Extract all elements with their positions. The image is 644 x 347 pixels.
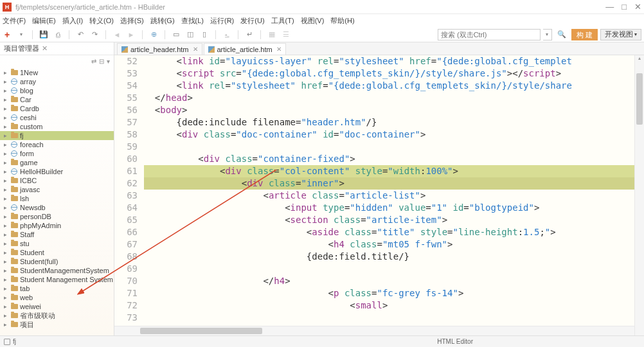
code-line-72[interactable]: <small> bbox=[144, 299, 644, 312]
horizontal-scrollbar[interactable] bbox=[114, 326, 634, 335]
expand-icon[interactable]: ▸ bbox=[4, 240, 10, 247]
expand-icon[interactable]: ▸ bbox=[4, 303, 10, 310]
new-dropdown-icon[interactable]: ▾ bbox=[17, 30, 26, 39]
code-line-58[interactable]: <div class="doc-container" id="doc-conta… bbox=[144, 129, 644, 141]
menu-item-7[interactable]: 运行(R) bbox=[210, 16, 234, 26]
code-line-71[interactable]: <p class="fc-grey fs-14"> bbox=[144, 287, 644, 299]
expand-icon[interactable]: ▸ bbox=[4, 177, 10, 184]
tree-item-game[interactable]: ▸ game bbox=[0, 158, 114, 167]
new-icon[interactable]: + bbox=[3, 30, 12, 39]
expand-icon[interactable]: ▸ bbox=[4, 87, 10, 94]
preview-split-icon[interactable]: ◫ bbox=[186, 30, 195, 39]
expand-icon[interactable]: ▸ bbox=[4, 222, 10, 229]
menu-item-6[interactable]: 查找(L) bbox=[181, 16, 204, 26]
minimize-icon[interactable]: — bbox=[605, 2, 614, 12]
tree-item-Staff[interactable]: ▸ Staff bbox=[0, 230, 114, 239]
tree-item-web[interactable]: ▸ web bbox=[0, 293, 114, 302]
expand-icon[interactable]: ▸ bbox=[4, 204, 10, 211]
menu-item-11[interactable]: 帮助(H) bbox=[330, 16, 354, 26]
link-editor-icon[interactable]: ⇄ bbox=[91, 58, 96, 65]
close-icon[interactable]: ✕ bbox=[634, 2, 641, 12]
code-line-69[interactable] bbox=[144, 263, 644, 275]
expand-icon[interactable]: ▸ bbox=[4, 141, 10, 148]
tree-item-blog[interactable]: ▸ blog bbox=[0, 86, 114, 95]
code-line-64[interactable]: <input type="hidden" value="1" id="blogt… bbox=[144, 202, 644, 214]
expand-icon[interactable]: ▸ bbox=[4, 114, 10, 121]
vertical-scrollbar[interactable]: ▴ bbox=[634, 55, 644, 335]
dev-view-button[interactable]: 开发视图▾ bbox=[600, 29, 641, 40]
code-line-62[interactable]: <div class="inner"> bbox=[144, 177, 644, 190]
code-line-60[interactable]: <div class="container-fixed"> bbox=[144, 153, 644, 165]
expand-icon[interactable]: ▸ bbox=[4, 312, 10, 319]
code-area[interactable]: 5253545556575859606162636465666768697071… bbox=[114, 55, 644, 335]
expand-icon[interactable]: ▸ bbox=[4, 195, 10, 202]
save-all-icon[interactable]: ⎙ bbox=[53, 30, 62, 39]
tree-item-Student[interactable]: ▸ Student bbox=[0, 248, 114, 257]
expand-icon[interactable]: ▸ bbox=[4, 132, 10, 139]
menu-item-4[interactable]: 选择(S) bbox=[120, 16, 144, 26]
tree-item-personDB[interactable]: ▸ personDB bbox=[0, 212, 114, 221]
tree-item-项目[interactable]: ▸ 项目 bbox=[0, 320, 114, 329]
code-line-65[interactable]: <section class="article-item"> bbox=[144, 214, 644, 226]
expand-icon[interactable]: ▸ bbox=[4, 150, 10, 157]
tree-item-stu[interactable]: ▸ stu bbox=[0, 239, 114, 248]
expand-icon[interactable]: ▸ bbox=[4, 249, 10, 256]
scroll-thumb[interactable] bbox=[636, 73, 643, 125]
code-line-52[interactable]: <link id="layuicss-layer" rel="styleshee… bbox=[144, 55, 644, 67]
editor-tab-0[interactable]: article_header.htm ✕ bbox=[117, 43, 202, 55]
view-menu-icon[interactable]: ▾ bbox=[107, 58, 110, 65]
back-icon[interactable]: ◄ bbox=[112, 30, 121, 39]
maximize-icon[interactable]: □ bbox=[622, 2, 627, 12]
code-content[interactable]: <link id="layuicss-layer" rel="styleshee… bbox=[144, 55, 644, 335]
preview-icon[interactable]: ▭ bbox=[172, 30, 181, 39]
tree-item-StudentManagementSystem[interactable]: ▸ StudentManagementSystem bbox=[0, 266, 114, 275]
expand-icon[interactable]: ▸ bbox=[4, 69, 10, 76]
collapse-icon[interactable]: ⊟ bbox=[99, 58, 104, 65]
code-line-67[interactable]: <h4 class="mt05 f-fwn"> bbox=[144, 238, 644, 251]
code-line-54[interactable]: <link rel="stylesheet" href="{dede:globa… bbox=[144, 80, 644, 92]
tree-item-array[interactable]: ▸ array bbox=[0, 77, 114, 86]
code-line-56[interactable]: <body> bbox=[144, 104, 644, 116]
project-tree[interactable]: ▸ 1New ▸ array ▸ blog ▸ Car ▸ Cardb ▸ ce… bbox=[0, 67, 114, 335]
search-dropdown-icon[interactable]: ▾ bbox=[543, 29, 552, 40]
code-line-66[interactable]: <aside class="title" style="line-height:… bbox=[144, 226, 644, 238]
tree-item-form[interactable]: ▸ form bbox=[0, 149, 114, 158]
menu-item-2[interactable]: 插入(I) bbox=[62, 16, 83, 26]
expand-icon[interactable]: ▸ bbox=[4, 123, 10, 130]
expand-icon[interactable]: ▸ bbox=[4, 105, 10, 112]
scroll-thumb[interactable] bbox=[140, 328, 262, 334]
expand-icon[interactable]: ▸ bbox=[4, 213, 10, 220]
search-input[interactable] bbox=[438, 29, 541, 40]
tab-close-icon[interactable]: ✕ bbox=[42, 44, 48, 53]
tab-close-icon[interactable]: ✕ bbox=[276, 46, 282, 53]
tree-item-weiwei[interactable]: ▸ weiwei bbox=[0, 302, 114, 311]
code-line-55[interactable]: </head> bbox=[144, 92, 644, 104]
expand-icon[interactable]: ▸ bbox=[4, 168, 10, 175]
expand-icon[interactable]: ▸ bbox=[4, 159, 10, 166]
tree-item-Student Management System[interactable]: ▸ Student Management System bbox=[0, 275, 114, 284]
editor-tab-1[interactable]: article_article.htm ✕ bbox=[204, 43, 286, 55]
code-line-61[interactable]: <div class="col-content" style="width:10… bbox=[144, 165, 644, 177]
insert-icon[interactable]: ▦ bbox=[267, 30, 276, 39]
tree-item-foreach[interactable]: ▸ foreach bbox=[0, 140, 114, 149]
expand-icon[interactable]: ▸ bbox=[4, 276, 10, 283]
tree-item-custom[interactable]: ▸ custom bbox=[0, 122, 114, 131]
expand-icon[interactable]: ▸ bbox=[4, 78, 10, 85]
build-button[interactable]: 构 建 bbox=[571, 29, 598, 40]
expand-icon[interactable]: ▸ bbox=[4, 96, 10, 103]
tree-item-Student(full)[interactable]: ▸ Student(full) bbox=[0, 257, 114, 266]
search-icon[interactable]: 🔍 bbox=[557, 30, 566, 39]
code-line-63[interactable]: <article class="article-list"> bbox=[144, 190, 644, 202]
tree-item-Newsdb[interactable]: ▸ Newsdb bbox=[0, 203, 114, 212]
menu-item-9[interactable]: 工具(T) bbox=[271, 16, 294, 26]
tree-item-HelloHBuilder[interactable]: ▸ HelloHBuilder bbox=[0, 167, 114, 176]
expand-icon[interactable]: ▸ bbox=[4, 267, 10, 274]
expand-icon[interactable]: ▸ bbox=[4, 294, 10, 301]
tree-item-Car[interactable]: ▸ Car bbox=[0, 95, 114, 104]
code-line-70[interactable]: </h4> bbox=[144, 275, 644, 287]
save-icon[interactable]: 💾 bbox=[39, 30, 48, 39]
format-icon[interactable]: ⎁ bbox=[222, 30, 231, 39]
code-line-59[interactable] bbox=[144, 141, 644, 153]
code-line-73[interactable] bbox=[144, 312, 644, 324]
tree-item-1New[interactable]: ▸ 1New bbox=[0, 68, 114, 77]
